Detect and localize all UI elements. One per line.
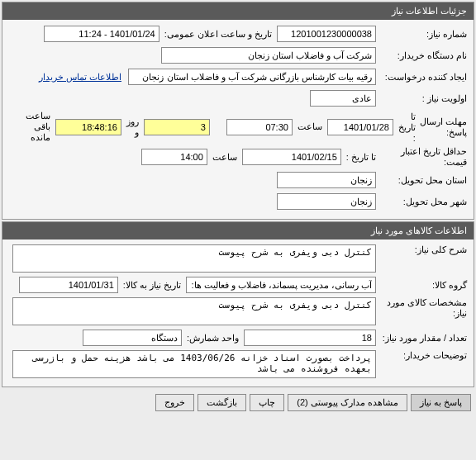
exit-button[interactable]: خروج: [155, 394, 194, 411]
qty-field[interactable]: [244, 330, 376, 346]
deliver-prov-label: استان محل تحویل:: [376, 175, 467, 186]
deliver-city-label: شهر محل تحویل:: [376, 197, 467, 207]
group-field[interactable]: [186, 277, 376, 293]
desc-field[interactable]: [12, 244, 376, 273]
price-validity-label: حداقل تاریخ اعتبار قیمت:: [376, 146, 467, 168]
at-label-1: ساعت: [298, 121, 322, 132]
buyer-org-label: نام دستگاه خریدار:: [376, 50, 467, 61]
days-label: روز و: [126, 116, 139, 138]
pub-dt-field[interactable]: [44, 26, 159, 42]
creator-label: ایجاد کننده درخواست:: [376, 72, 467, 83]
buyer-org-field[interactable]: [161, 47, 376, 64]
price-to-label: تا تاریخ :: [346, 152, 376, 163]
need-details-panel: جزئیات اطلاعات نیاز شماره نیاز: تاریخ و …: [2, 2, 474, 220]
need-date-field[interactable]: [19, 277, 118, 293]
days-left-field[interactable]: [144, 119, 210, 135]
contact-link[interactable]: اطلاعات تماس خریدار: [39, 72, 121, 83]
desc-label: شرح کلی نیاز:: [376, 244, 467, 255]
deadline-time-field[interactable]: [226, 119, 293, 135]
priority-field[interactable]: [310, 90, 376, 107]
attachments-button[interactable]: مشاهده مدارک پیوستی (2): [288, 394, 407, 411]
footer-bar: پاسخ به نیاز مشاهده مدارک پیوستی (2) چاپ…: [0, 389, 476, 416]
deadline-to-label: تا تاریخ :: [398, 111, 416, 143]
unit-label: واحد شمارش:: [187, 333, 239, 344]
print-button[interactable]: چاپ: [250, 394, 284, 411]
goods-panel: اطلاعات کالاهای مورد نیاز شرح کلی نیاز: …: [2, 221, 474, 387]
back-button[interactable]: بازگشت: [198, 394, 246, 411]
price-date-field[interactable]: [242, 149, 341, 165]
panel2-title: اطلاعات کالاهای مورد نیاز: [2, 222, 474, 239]
qty-label: تعداد / مقدار مورد نیاز:: [376, 333, 467, 344]
priority-label: اولویت نیاز :: [376, 93, 467, 104]
group-label: گروه کالا:: [376, 280, 467, 291]
hours-left-field[interactable]: [55, 119, 121, 135]
deliver-prov-field[interactable]: [277, 172, 376, 188]
deliver-city-field[interactable]: [277, 193, 376, 210]
creator-field[interactable]: [128, 69, 376, 85]
deadline-label: مهلت ارسال پاسخ:: [416, 116, 467, 138]
at-label-2: ساعت: [212, 152, 237, 163]
spec-label: مشخصات کالای مورد نیاز:: [376, 297, 467, 319]
buyer-note-label: توضیحات خریدار:: [376, 350, 467, 361]
remain-label: ساعت باقی مانده: [14, 111, 50, 143]
price-time-field[interactable]: [141, 149, 207, 165]
need-date-label: تاریخ نیاز به کالا:: [123, 280, 181, 291]
panel1-body: شماره نیاز: تاریخ و ساعت اعلان عمومی: نا…: [2, 20, 474, 219]
deadline-date-field[interactable]: [327, 119, 393, 135]
need-no-label: شماره نیاز:: [376, 29, 467, 40]
buyer-note-field[interactable]: [12, 350, 376, 378]
reply-button[interactable]: پاسخ به نیاز: [411, 394, 471, 411]
pub-dt-label: تاریخ و ساعت اعلان عمومی:: [164, 29, 272, 40]
spec-field[interactable]: [12, 297, 376, 325]
need-no-field[interactable]: [277, 26, 376, 42]
unit-field[interactable]: [83, 330, 182, 346]
panel1-title: جزئیات اطلاعات نیاز: [2, 2, 474, 20]
panel2-body: شرح کلی نیاز: گروه کالا: تاریخ نیاز به ک…: [2, 239, 474, 386]
